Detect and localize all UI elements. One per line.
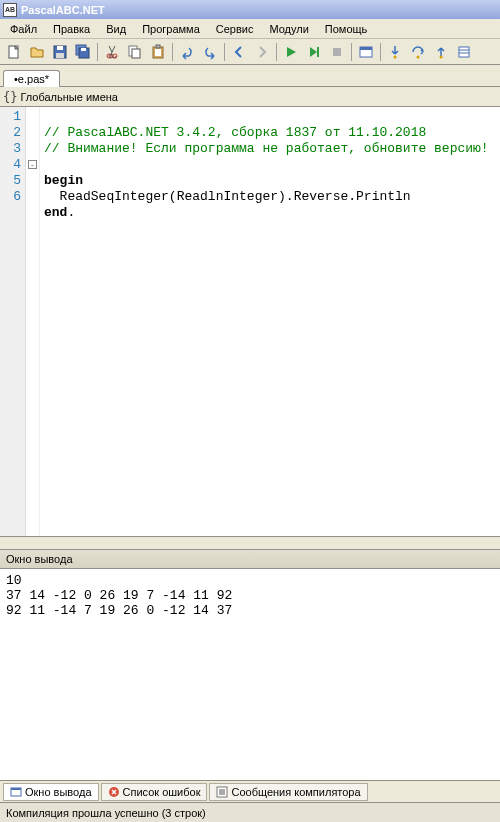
svg-point-21 (394, 55, 397, 58)
title-bar: AB PascalABC.NET (0, 0, 500, 19)
svg-rect-3 (57, 46, 63, 50)
list-icon (216, 786, 228, 798)
line-num: 1 (0, 109, 21, 125)
code-text: ReadSeqInteger(ReadlnInteger).Reverse.Pr… (60, 189, 411, 204)
toolbar-sep (351, 43, 352, 61)
forward-icon[interactable] (251, 41, 273, 63)
tab-errors[interactable]: Список ошибок (101, 783, 208, 801)
toolbar-sep (97, 43, 98, 61)
new-file-icon[interactable] (3, 41, 25, 63)
copy-icon[interactable] (124, 41, 146, 63)
splitter[interactable] (0, 536, 500, 550)
output-panel: Окно вывода 10 37 14 -12 0 26 19 7 -14 1… (0, 550, 500, 780)
editor[interactable]: 1 2 3 4 5 6 - // PascalABC.NET 3.4.2, сб… (0, 107, 500, 536)
run-no-debug-icon[interactable] (303, 41, 325, 63)
tab-compiler[interactable]: Сообщения компилятора (209, 783, 367, 801)
status-bar: Компиляция прошла успешно (3 строк) (0, 802, 500, 822)
scope-label: Глобальные имена (20, 91, 118, 103)
step-over-icon[interactable] (407, 41, 429, 63)
line-gutter: 1 2 3 4 5 6 (0, 107, 26, 536)
paste-icon[interactable] (147, 41, 169, 63)
fold-icon[interactable]: - (28, 160, 37, 169)
step-out-icon[interactable] (430, 41, 452, 63)
redo-icon[interactable] (199, 41, 221, 63)
svg-marker-16 (310, 47, 317, 57)
svg-point-23 (440, 55, 443, 58)
undo-icon[interactable] (176, 41, 198, 63)
bottom-tabs: Окно вывода Список ошибок Сообщения комп… (0, 780, 500, 802)
menu-view[interactable]: Вид (98, 21, 134, 37)
svg-rect-24 (459, 47, 469, 57)
svg-rect-13 (156, 45, 160, 48)
output-title: Окно вывода (0, 550, 500, 569)
menu-file[interactable]: Файл (2, 21, 45, 37)
back-icon[interactable] (228, 41, 250, 63)
line-num: 5 (0, 173, 21, 189)
tab-output[interactable]: Окно вывода (3, 783, 99, 801)
svg-rect-14 (155, 49, 161, 56)
tab-label: Окно вывода (25, 786, 92, 798)
toolbar-sep (172, 43, 173, 61)
save-all-icon[interactable] (72, 41, 94, 63)
svg-rect-7 (81, 48, 86, 51)
svg-rect-28 (11, 788, 21, 790)
toolbar-sep (224, 43, 225, 61)
svg-rect-20 (360, 47, 372, 50)
svg-point-22 (417, 55, 420, 58)
braces-icon: {} (3, 90, 17, 104)
code-comment: // PascalABC.NET 3.4.2, сборка 1837 от 1… (44, 125, 426, 140)
svg-rect-11 (132, 49, 140, 58)
svg-rect-18 (333, 48, 341, 56)
app-icon: AB (3, 3, 17, 17)
line-num: 6 (0, 189, 21, 205)
breakpoint-icon[interactable] (453, 41, 475, 63)
fold-column: - (26, 107, 40, 536)
code-keyword: begin (44, 173, 83, 188)
line-num: 2 (0, 125, 21, 141)
toolbar-sep (276, 43, 277, 61)
tab-label: Список ошибок (123, 786, 201, 798)
code-comment: // Внимание! Если программа не работает,… (44, 141, 489, 156)
menu-help[interactable]: Помощь (317, 21, 376, 37)
save-icon[interactable] (49, 41, 71, 63)
toolbar (0, 39, 500, 65)
toolbar-sep (380, 43, 381, 61)
output-body[interactable]: 10 37 14 -12 0 26 19 7 -14 11 92 92 11 -… (0, 569, 500, 780)
code-keyword: end (44, 205, 67, 220)
open-file-icon[interactable] (26, 41, 48, 63)
menu-bar: Файл Правка Вид Программа Сервис Модули … (0, 19, 500, 39)
menu-program[interactable]: Программа (134, 21, 208, 37)
menu-service[interactable]: Сервис (208, 21, 262, 37)
error-icon (108, 786, 120, 798)
scope-bar[interactable]: {} Глобальные имена (0, 87, 500, 107)
code-area[interactable]: // PascalABC.NET 3.4.2, сборка 1837 от 1… (40, 107, 493, 536)
svg-rect-4 (56, 53, 64, 58)
code-text: . (67, 205, 75, 220)
step-into-icon[interactable] (384, 41, 406, 63)
line-num: 4 (0, 157, 21, 173)
tab-label: Сообщения компилятора (231, 786, 360, 798)
tab-strip: •e.pas* (0, 65, 500, 87)
file-tab[interactable]: •e.pas* (3, 70, 60, 87)
window-icon (10, 786, 22, 798)
menu-modules[interactable]: Модули (261, 21, 316, 37)
line-num: 3 (0, 141, 21, 157)
run-icon[interactable] (280, 41, 302, 63)
svg-marker-15 (287, 47, 296, 57)
app-title: PascalABC.NET (21, 4, 105, 16)
cut-icon[interactable] (101, 41, 123, 63)
status-text: Компиляция прошла успешно (3 строк) (6, 807, 206, 819)
form-designer-icon[interactable] (355, 41, 377, 63)
menu-edit[interactable]: Правка (45, 21, 98, 37)
stop-icon[interactable] (326, 41, 348, 63)
